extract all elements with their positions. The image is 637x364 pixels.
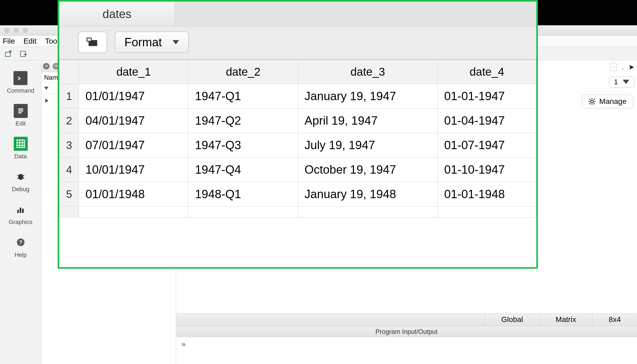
sidebar-label-edit: Edit (16, 120, 26, 127)
svg-point-12 (18, 174, 23, 180)
cell[interactable]: January 19, 1947 (298, 84, 438, 108)
svg-text:+: + (9, 50, 11, 53)
cell[interactable]: 1947-Q4 (188, 158, 298, 182)
data-grid[interactable]: date_1 date_2 date_3 date_4 1 01/01/1947… (59, 60, 536, 267)
cell[interactable] (188, 206, 298, 218)
cell[interactable]: January 19, 1948 (298, 182, 438, 206)
col-header-date2[interactable]: date_2 (188, 60, 298, 84)
chart-icon (13, 202, 27, 216)
names-label: Nam (44, 74, 58, 81)
status-bar: Global Matrix 8x4 (176, 313, 637, 326)
editor-top-controls: . ➤ (610, 60, 634, 74)
traffic-close[interactable] (4, 28, 10, 33)
chevron-down-icon (173, 40, 179, 44)
cell[interactable]: 01-04-1947 (438, 108, 536, 133)
traffic-zoom[interactable] (23, 28, 28, 33)
sidebar-item-edit[interactable]: Edit (14, 104, 28, 127)
svg-rect-32 (87, 38, 91, 41)
cell[interactable]: July 19, 1947 (298, 133, 438, 158)
page-select[interactable]: 1 (609, 76, 634, 88)
cell[interactable]: 1947-Q1 (188, 84, 298, 108)
menu-edit[interactable]: Edit (23, 37, 36, 46)
table-row[interactable] (60, 206, 536, 218)
cell[interactable] (79, 206, 188, 218)
svg-line-30 (589, 103, 590, 104)
table-row[interactable]: 5 01/01/1948 1948-Q1 January 19, 1948 01… (60, 182, 536, 206)
editor-row2-controls: 1 (609, 74, 634, 90)
close-icon[interactable]: ✕ (43, 63, 50, 69)
cell[interactable]: 1947-Q2 (188, 108, 298, 133)
cell[interactable]: 01/01/1947 (79, 84, 188, 108)
col-header-date3[interactable]: date_3 (298, 60, 438, 84)
cell[interactable]: April 19, 1947 (298, 108, 438, 133)
cell[interactable]: 07/01/1947 (79, 133, 188, 158)
svg-rect-5 (18, 110, 23, 111)
table-row[interactable]: 4 10/01/1947 1947-Q4 October 19, 1947 01… (60, 158, 536, 182)
cell[interactable] (298, 206, 438, 218)
sidebar-item-help[interactable]: ? Help (14, 235, 28, 258)
row-number: 3 (60, 133, 79, 158)
menu-file[interactable]: File (3, 37, 15, 46)
cell[interactable]: 1948-Q1 (188, 182, 298, 206)
cell[interactable] (438, 206, 536, 218)
sidebar-label-data: Data (14, 153, 27, 160)
toolbar-open-icon[interactable] (19, 49, 29, 58)
cell[interactable]: 01-10-1947 (438, 158, 536, 182)
table-row[interactable]: 3 07/01/1947 1947-Q3 July 19, 1947 01-07… (60, 133, 536, 158)
viewer-tabs: dates (59, 2, 536, 26)
sidebar: Command Edit Data Debug Graphics (0, 60, 41, 364)
chevron-down-icon (44, 87, 48, 90)
table-row[interactable]: 1 01/01/1947 1947-Q1 January 19, 1947 01… (60, 84, 536, 108)
rownum-header[interactable] (60, 60, 79, 84)
svg-rect-7 (17, 140, 24, 148)
manage-button[interactable]: Manage (582, 95, 633, 108)
svg-rect-18 (20, 208, 21, 213)
svg-line-28 (594, 103, 595, 104)
row-number: 5 (60, 182, 79, 206)
tab-empty-area (175, 2, 536, 26)
row-number: 4 (60, 158, 79, 182)
cell[interactable]: 01-07-1947 (438, 133, 536, 158)
dot-icon: . (622, 63, 624, 71)
sidebar-item-command[interactable]: Command (7, 71, 34, 94)
stepper-control[interactable] (610, 63, 617, 71)
io-body[interactable]: » (176, 337, 637, 364)
row-number: 1 (60, 84, 79, 108)
bug-icon (14, 170, 28, 184)
edit-icon (14, 104, 28, 118)
format-label: Format (124, 36, 162, 49)
svg-rect-19 (22, 209, 24, 213)
svg-rect-4 (18, 108, 23, 110)
svg-line-16 (22, 178, 24, 178)
svg-text:?: ? (19, 239, 22, 245)
cell[interactable]: 01/01/1948 (79, 182, 188, 206)
cursor-icon: ➤ (628, 63, 634, 71)
cell[interactable]: 10/01/1947 (79, 158, 188, 182)
traffic-minimize[interactable] (13, 28, 19, 33)
data-viewer-window: dates Format date_1 date_2 date_3 date_4 (58, 0, 538, 269)
cell[interactable]: 04/01/1947 (79, 108, 188, 133)
tab-dates[interactable]: dates (59, 2, 175, 26)
sidebar-item-debug[interactable]: Debug (12, 170, 29, 193)
svg-rect-17 (17, 210, 19, 213)
toolbar-new-icon[interactable]: + (4, 49, 13, 58)
format-select[interactable]: Format (115, 32, 189, 53)
sidebar-item-data[interactable]: Data (14, 137, 28, 160)
sidebar-label-help: Help (15, 251, 27, 258)
table-row[interactable]: 2 04/01/1947 1947-Q2 April 19, 1947 01-0… (60, 108, 536, 133)
svg-line-29 (594, 99, 595, 100)
cell[interactable]: 01-01-1947 (438, 84, 536, 108)
status-type: Matrix (539, 314, 592, 326)
col-header-date4[interactable]: date_4 (438, 60, 536, 84)
svg-line-27 (589, 99, 590, 100)
cell[interactable]: October 19, 1947 (298, 158, 438, 182)
sidebar-item-graphics[interactable]: Graphics (9, 202, 32, 226)
col-header-date1[interactable]: date_1 (79, 60, 188, 84)
menu-tool[interactable]: Tool (45, 37, 59, 46)
io-header: Program Input/Output (176, 326, 637, 337)
cell[interactable]: 1947-Q3 (188, 133, 298, 158)
svg-point-22 (591, 100, 593, 103)
tab-label: dates (103, 7, 132, 21)
popout-button[interactable] (78, 32, 107, 53)
cell[interactable]: 01-01-1948 (438, 182, 536, 206)
